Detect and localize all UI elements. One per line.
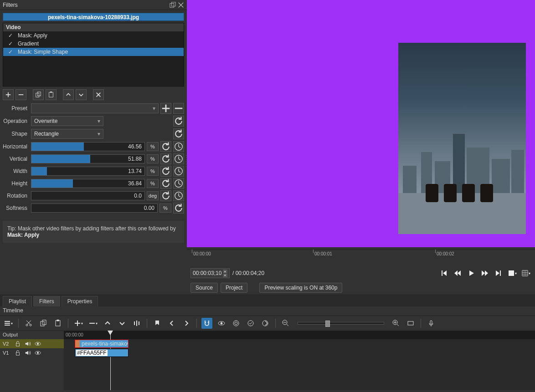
play-button[interactable] — [466, 268, 477, 279]
tc-down-icon[interactable]: ▾ — [223, 274, 227, 277]
softness-slider[interactable]: 0.00 — [31, 204, 158, 213]
tab-filters[interactable]: Filters — [33, 296, 60, 306]
clip-v1[interactable]: #FFAA55FF — [75, 349, 129, 357]
vertical-unit: % — [147, 154, 159, 163]
remove-filter-button[interactable] — [15, 89, 26, 100]
vertical-reset-button[interactable] — [160, 153, 171, 164]
skip-start-button[interactable] — [438, 268, 449, 279]
height-reset-button[interactable] — [160, 178, 171, 189]
grid-button[interactable]: ▾ — [520, 268, 531, 279]
splitter-handle[interactable]: ······ — [184, 155, 189, 168]
marker-button[interactable] — [152, 318, 163, 329]
zoom-in-button[interactable] — [391, 318, 401, 329]
width-label: Width — [3, 168, 29, 174]
width-keyframe-button[interactable] — [173, 166, 184, 177]
tab-playlist[interactable]: Playlist — [3, 296, 32, 306]
split-button[interactable] — [131, 318, 142, 329]
height-keyframe-button[interactable] — [173, 178, 184, 189]
copy-filter-button[interactable] — [33, 89, 44, 100]
lift-button[interactable] — [102, 318, 113, 329]
append-button[interactable]: ▾ — [73, 318, 84, 329]
preview-area[interactable] — [187, 0, 535, 247]
zoom-out-button[interactable] — [280, 318, 291, 329]
next-marker-button[interactable] — [181, 318, 192, 329]
ripple-all-button[interactable] — [245, 318, 256, 329]
timecode-input[interactable]: 00:00:03;10 ▴▾ — [190, 268, 230, 278]
prev-marker-button[interactable] — [166, 318, 177, 329]
ripple-markers-button[interactable] — [260, 318, 271, 329]
cut-button[interactable] — [23, 318, 34, 329]
width-unit: % — [147, 167, 159, 176]
mute-icon[interactable] — [25, 350, 31, 356]
softness-reset-button[interactable] — [173, 203, 184, 214]
zoom-fit-button[interactable]: ▾ — [507, 268, 518, 279]
horizontal-keyframe-button[interactable] — [173, 141, 184, 152]
width-reset-button[interactable] — [160, 166, 171, 177]
operation-combo[interactable]: Overwrite▾ — [31, 116, 103, 126]
move-down-button[interactable] — [76, 89, 87, 100]
scrub-button[interactable] — [216, 318, 227, 329]
zoom-fit-timeline-button[interactable] — [405, 318, 416, 329]
tc-up-icon[interactable]: ▴ — [223, 270, 227, 273]
filter-group-video: Video — [3, 23, 184, 31]
project-tab[interactable]: Project — [221, 283, 247, 293]
preview-scaling-button[interactable]: Preview scaling is ON at 360p — [259, 283, 342, 293]
timeline-menu-button[interactable]: ▾ — [3, 318, 14, 329]
hide-icon[interactable] — [35, 341, 41, 347]
paste-filter-button[interactable] — [46, 89, 57, 100]
snap-button[interactable] — [201, 318, 212, 329]
ripple-delete-button[interactable]: ▾ — [87, 318, 98, 329]
check-icon: ✓ — [8, 32, 13, 39]
preset-combo[interactable]: ▾ — [31, 103, 159, 113]
record-audio-button[interactable] — [426, 318, 437, 329]
clip-v2[interactable]: pexels-tina-simakova — [75, 340, 129, 348]
lock-icon[interactable] — [15, 341, 21, 347]
add-filter-button[interactable] — [3, 89, 14, 100]
height-label: Height — [3, 180, 29, 187]
timeline-ruler[interactable]: 00:00:00 — [64, 331, 535, 339]
preset-label: Preset — [3, 105, 29, 112]
filter-item-mask-apply[interactable]: ✓ Mask: Apply — [3, 31, 184, 40]
rotation-keyframe-button[interactable] — [173, 190, 184, 201]
timeline-body[interactable]: 00:00:00 pexels-tina-simakova #FFAA55FF — [64, 331, 535, 390]
track-v1-header[interactable]: V1 — [0, 348, 64, 357]
track-v2-header[interactable]: V2 — [0, 339, 64, 348]
detach-icon[interactable] — [170, 2, 176, 8]
svg-point-19 — [221, 322, 222, 324]
ripple-button[interactable] — [231, 318, 242, 329]
filter-list[interactable]: Video ✓ Mask: Apply ✓ Gradient ✓ Mask: S… — [3, 23, 184, 87]
horizontal-reset-button[interactable] — [160, 141, 171, 152]
rotation-reset-button[interactable] — [160, 190, 171, 201]
forward-button[interactable] — [479, 268, 490, 279]
zoom-slider[interactable] — [298, 322, 384, 325]
height-slider[interactable]: 36.84 — [31, 179, 145, 188]
hide-icon[interactable] — [35, 350, 41, 356]
filter-item-gradient[interactable]: ✓ Gradient — [3, 40, 184, 48]
shape-reset-button[interactable] — [173, 128, 184, 139]
lock-icon[interactable] — [15, 350, 21, 356]
operation-reset-button[interactable] — [173, 116, 184, 127]
svg-rect-16 — [56, 321, 60, 326]
preset-delete-button[interactable] — [173, 103, 184, 114]
close-panel-icon[interactable] — [178, 2, 184, 8]
paste-button[interactable] — [52, 318, 63, 329]
move-up-button[interactable] — [63, 89, 74, 100]
shape-combo[interactable]: Rectangle▾ — [31, 129, 103, 139]
skip-end-button[interactable] — [493, 268, 504, 279]
filter-item-mask-simple-shape[interactable]: ✓ Mask: Simple Shape — [3, 48, 184, 56]
horizontal-slider[interactable]: 46.56 — [31, 142, 145, 151]
deselect-button[interactable] — [93, 89, 104, 100]
vertical-label: Vertical — [3, 156, 29, 162]
source-tab[interactable]: Source — [190, 283, 218, 293]
preview-time-ruler[interactable]: 00:00:00 00:00:01 00:00:02 — [187, 249, 535, 265]
width-slider[interactable]: 13.74 — [31, 167, 145, 176]
overwrite-button[interactable] — [117, 318, 128, 329]
tab-properties[interactable]: Properties — [62, 296, 98, 306]
mute-icon[interactable] — [25, 341, 31, 347]
rewind-button[interactable] — [452, 268, 463, 279]
rotation-slider[interactable]: 0.0 — [31, 191, 145, 200]
vertical-keyframe-button[interactable] — [173, 153, 184, 164]
copy-button[interactable] — [38, 318, 49, 329]
preset-save-button[interactable] — [160, 103, 171, 114]
vertical-slider[interactable]: 51.88 — [31, 154, 145, 163]
